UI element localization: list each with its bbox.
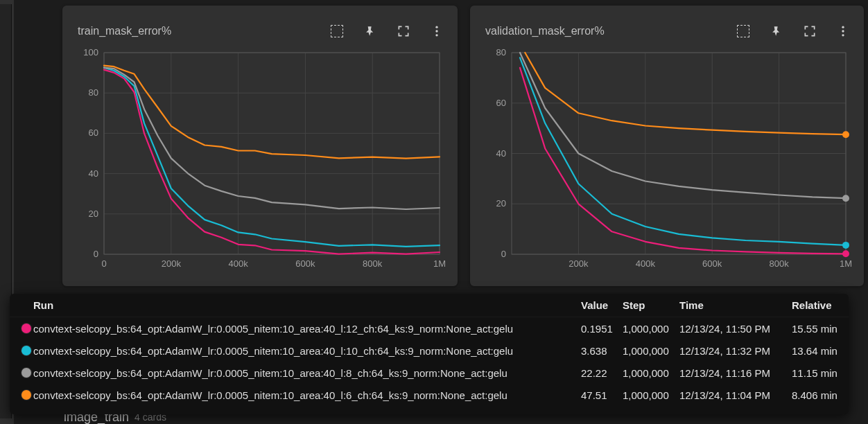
- run-name: convtext-selcopy_bs:64_opt:AdamW_lr:0.00…: [33, 389, 581, 401]
- chart-svg-host[interactable]: 0204060801000200k400k600k800k1M: [73, 48, 448, 275]
- relative-cell: 15.55 min: [792, 323, 849, 335]
- relative-cell: 11.15 min: [792, 367, 849, 379]
- svg-text:1M: 1M: [840, 258, 852, 269]
- svg-text:0: 0: [94, 249, 98, 259]
- col-relative[interactable]: Relative: [792, 299, 849, 311]
- run-swatch-icon: [21, 368, 31, 378]
- svg-point-55: [842, 131, 849, 138]
- time-cell: 12/13/24, 11:04 PM: [679, 389, 792, 401]
- svg-point-28: [842, 26, 844, 28]
- svg-point-2: [435, 34, 437, 36]
- svg-text:800k: 800k: [363, 258, 383, 269]
- card-actions: [736, 24, 850, 38]
- time-cell: 12/13/24, 11:16 PM: [679, 367, 792, 379]
- svg-point-29: [842, 30, 844, 32]
- svg-text:20: 20: [496, 198, 506, 209]
- card-header: validation_mask_error%: [470, 6, 864, 48]
- svg-text:200k: 200k: [568, 258, 589, 269]
- svg-text:20: 20: [89, 209, 98, 219]
- value-cell: 0.1951: [581, 323, 623, 335]
- hover-tooltip-panel: Run Value Step Time Relative convtext-se…: [10, 294, 849, 414]
- svg-text:200k: 200k: [162, 258, 182, 269]
- run-swatch-icon: [21, 346, 31, 355]
- chart-card-train-mask-error: train_mask_error% 02040608: [62, 6, 458, 286]
- svg-text:100: 100: [83, 48, 98, 58]
- svg-text:800k: 800k: [769, 258, 789, 269]
- chart-card-validation-mask-error: validation_mask_error% 020: [470, 6, 864, 286]
- svg-point-53: [842, 242, 849, 249]
- step-cell: 1,000,000: [623, 323, 679, 335]
- card-header: train_mask_error%: [62, 6, 458, 48]
- tooltip-header-row: Run Value Step Time Relative: [10, 294, 849, 317]
- svg-point-0: [435, 26, 437, 28]
- svg-text:1M: 1M: [433, 258, 446, 269]
- toggle-size-icon[interactable]: [330, 24, 344, 38]
- pin-icon[interactable]: [363, 24, 377, 38]
- tooltip-row[interactable]: convtext-selcopy_bs:64_opt:AdamW_lr:0.00…: [10, 362, 849, 384]
- svg-point-52: [842, 250, 849, 257]
- col-run[interactable]: Run: [33, 299, 581, 311]
- more-menu-icon[interactable]: [430, 24, 444, 38]
- card-title: train_mask_error%: [78, 25, 171, 37]
- time-cell: 12/13/24, 11:32 PM: [679, 345, 792, 357]
- value-cell: 22.22: [581, 367, 623, 379]
- svg-text:60: 60: [496, 98, 506, 108]
- col-time[interactable]: Time: [679, 299, 792, 311]
- svg-text:600k: 600k: [702, 258, 722, 269]
- card-title: validation_mask_error%: [485, 25, 605, 37]
- tooltip-row[interactable]: convtext-selcopy_bs:64_opt:AdamW_lr:0.00…: [10, 317, 849, 339]
- relative-cell: 8.406 min: [792, 389, 849, 401]
- value-cell: 3.638: [581, 345, 623, 357]
- svg-point-30: [842, 34, 844, 36]
- time-cell: 12/13/24, 11:50 PM: [679, 323, 792, 335]
- run-name: convtext-selcopy_bs:64_opt:AdamW_lr:0.00…: [33, 367, 581, 379]
- value-cell: 47.51: [581, 389, 623, 401]
- svg-text:0: 0: [101, 258, 106, 269]
- run-swatch-icon: [21, 324, 31, 333]
- svg-text:40: 40: [496, 148, 506, 159]
- svg-text:400k: 400k: [636, 258, 656, 269]
- tooltip-row[interactable]: convtext-selcopy_bs:64_opt:AdamW_lr:0.00…: [10, 384, 849, 406]
- svg-point-54: [842, 195, 849, 202]
- svg-text:600k: 600k: [295, 258, 315, 269]
- fullscreen-icon[interactable]: [397, 24, 410, 38]
- card-actions: [330, 24, 444, 38]
- toggle-size-icon[interactable]: [736, 24, 750, 38]
- step-cell: 1,000,000: [623, 345, 679, 357]
- svg-text:60: 60: [89, 127, 98, 138]
- svg-text:80: 80: [89, 87, 98, 98]
- tooltip-row[interactable]: convtext-selcopy_bs:64_opt:AdamW_lr:0.00…: [10, 339, 849, 362]
- more-menu-icon[interactable]: [836, 24, 850, 38]
- col-value[interactable]: Value: [581, 299, 623, 311]
- svg-point-1: [435, 30, 437, 32]
- relative-cell: 13.64 min: [792, 345, 849, 357]
- chart-svg-host[interactable]: 020406080200k400k600k800k1M: [481, 48, 854, 275]
- run-name: convtext-selcopy_bs:64_opt:AdamW_lr:0.00…: [33, 345, 581, 357]
- svg-text:40: 40: [89, 168, 98, 179]
- run-swatch-icon: [21, 390, 31, 400]
- col-step[interactable]: Step: [623, 299, 679, 311]
- step-cell: 1,000,000: [623, 367, 679, 379]
- step-cell: 1,000,000: [623, 389, 679, 401]
- run-name: convtext-selcopy_bs:64_opt:AdamW_lr:0.00…: [33, 323, 581, 335]
- fullscreen-icon[interactable]: [803, 24, 817, 38]
- pin-icon[interactable]: [770, 24, 783, 38]
- svg-text:0: 0: [501, 249, 506, 259]
- svg-text:400k: 400k: [228, 258, 248, 269]
- svg-text:80: 80: [496, 48, 506, 58]
